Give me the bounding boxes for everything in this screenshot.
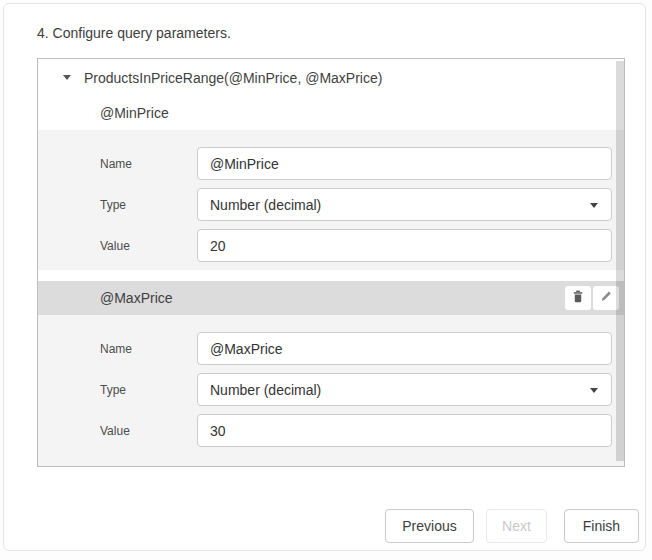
- field-row-type: Type Number (decimal): [100, 188, 612, 221]
- field-row-value: Value: [100, 229, 612, 262]
- type-select[interactable]: Number (decimal): [197, 188, 612, 221]
- type-select-value: Number (decimal): [210, 197, 321, 213]
- function-title: ProductsInPriceRange(@MinPrice, @MaxPric…: [84, 70, 382, 86]
- next-button[interactable]: Next: [486, 509, 547, 543]
- type-select[interactable]: Number (decimal): [197, 373, 612, 406]
- parameter-row-maxprice[interactable]: @MaxPrice: [38, 281, 624, 315]
- type-select-value: Number (decimal): [210, 382, 321, 398]
- delete-parameter-button[interactable]: [565, 286, 591, 310]
- pencil-icon: [600, 290, 612, 306]
- finish-button[interactable]: Finish: [564, 509, 639, 543]
- field-row-name: Name: [100, 147, 612, 180]
- value-label: Value: [100, 239, 197, 253]
- chevron-down-icon: [590, 388, 598, 393]
- parameter-name: @MaxPrice: [100, 290, 565, 306]
- value-input[interactable]: [197, 229, 612, 262]
- field-row-value: Value: [100, 414, 612, 447]
- chevron-down-icon: [590, 203, 598, 208]
- row-actions: [565, 286, 619, 310]
- page-title: 4. Configure query parameters.: [37, 25, 231, 41]
- parameter-fields-minprice: Name Type Number (decimal) Value: [38, 130, 624, 270]
- collapse-icon[interactable]: [63, 75, 71, 80]
- value-input[interactable]: [197, 414, 612, 447]
- type-label: Type: [100, 198, 197, 212]
- scrollbar-thumb[interactable]: [616, 61, 624, 461]
- parameter-name: @MinPrice: [100, 105, 624, 121]
- type-label: Type: [100, 383, 197, 397]
- field-row-type: Type Number (decimal): [100, 373, 612, 406]
- section-gap: [38, 270, 624, 281]
- field-row-name: Name: [100, 332, 612, 365]
- name-input[interactable]: [197, 332, 612, 365]
- name-input[interactable]: [197, 147, 612, 180]
- name-label: Name: [100, 342, 197, 356]
- previous-button[interactable]: Previous: [385, 509, 474, 543]
- trash-icon: [572, 290, 584, 306]
- parameter-row-minprice[interactable]: @MinPrice: [38, 96, 624, 130]
- wizard-page: 4. Configure query parameters. ProductsI…: [3, 3, 646, 551]
- query-parameters-panel: ProductsInPriceRange(@MinPrice, @MaxPric…: [37, 58, 625, 467]
- function-header[interactable]: ProductsInPriceRange(@MinPrice, @MaxPric…: [38, 59, 624, 96]
- name-label: Name: [100, 157, 197, 171]
- value-label: Value: [100, 424, 197, 438]
- parameter-fields-maxprice: Name Type Number (decimal) Value: [38, 315, 624, 466]
